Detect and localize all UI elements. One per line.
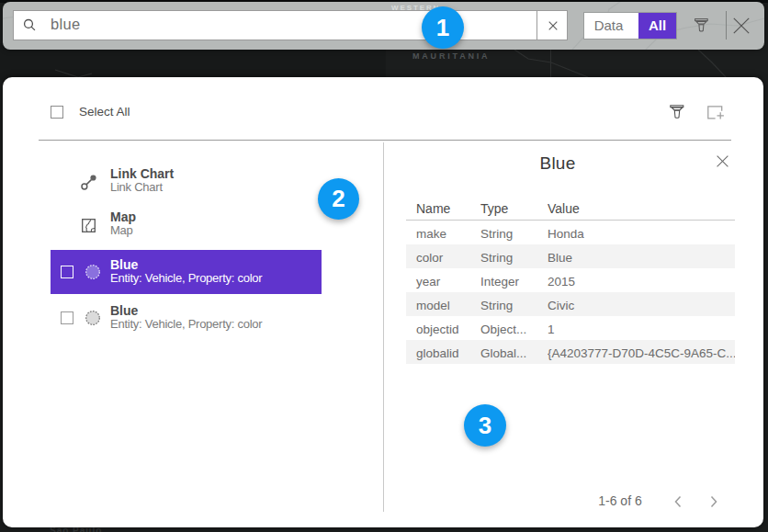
table-row[interactable]: color String Blue bbox=[406, 244, 735, 268]
clear-x-icon bbox=[548, 21, 558, 30]
cell-value: 2015 bbox=[548, 275, 735, 289]
detail-close-icon[interactable] bbox=[717, 155, 728, 167]
header-divider bbox=[39, 140, 731, 141]
properties-table: Name Type Value make String Honda color … bbox=[406, 198, 735, 364]
toolbar-divider bbox=[726, 11, 727, 40]
item-icon-cell bbox=[77, 202, 101, 246]
map-icon bbox=[82, 219, 96, 233]
cell-name: globalid bbox=[406, 346, 480, 360]
cell-name: make bbox=[406, 227, 480, 241]
detail-title: Blue bbox=[383, 153, 732, 174]
cell-value: 1 bbox=[548, 323, 735, 336]
result-item-link-chart[interactable]: Link Chart Link Chart bbox=[3, 159, 322, 203]
toolbar-close-icon[interactable] bbox=[733, 17, 750, 34]
table-header-row: Name Type Value bbox=[406, 198, 735, 221]
link-chart-icon bbox=[80, 172, 98, 194]
item-subtitle: Map bbox=[110, 223, 136, 237]
item-subtitle: Entity: Vehicle, Property: color bbox=[110, 271, 262, 285]
item-checkbox[interactable] bbox=[61, 266, 73, 278]
result-item-map[interactable]: Map Map bbox=[3, 202, 322, 246]
cell-value: Honda bbox=[548, 227, 735, 241]
search-input[interactable]: blue bbox=[13, 10, 568, 40]
item-icon-cell bbox=[81, 250, 105, 294]
table-row[interactable]: objectid Object... 1 bbox=[406, 316, 735, 340]
search-toolbar: WESTERN blue 1 Data All bbox=[3, 2, 764, 50]
table-row[interactable]: model String Civic bbox=[406, 292, 735, 316]
panel-vertical-divider bbox=[383, 142, 384, 512]
item-subtitle: Entity: Vehicle, Property: color bbox=[110, 317, 262, 331]
pagination-label: 1-6 of 6 bbox=[551, 493, 689, 508]
toggle-data-button[interactable]: Data bbox=[582, 13, 636, 40]
table-row[interactable]: globalid Global... {A4203777-D70D-4C5C-9… bbox=[406, 340, 735, 364]
toggle-all-button[interactable]: All bbox=[638, 13, 676, 40]
result-item-blue[interactable]: Blue Entity: Vehicle, Property: color bbox=[3, 296, 322, 340]
cell-name: color bbox=[406, 251, 480, 265]
item-text: Map Map bbox=[110, 209, 136, 237]
item-icon-cell bbox=[77, 159, 101, 203]
select-all-checkbox[interactable] bbox=[51, 106, 63, 119]
item-text: Blue Entity: Vehicle, Property: color bbox=[110, 257, 262, 285]
table-row[interactable]: year Integer 2015 bbox=[406, 268, 735, 292]
chevron-right-icon[interactable] bbox=[708, 495, 719, 508]
table-row[interactable]: make String Honda bbox=[406, 221, 735, 244]
map-label-mauritania: MAURITANIA bbox=[412, 51, 490, 61]
cell-name: model bbox=[406, 299, 480, 312]
cell-type: Integer bbox=[480, 275, 548, 289]
chevron-left-icon[interactable] bbox=[672, 495, 683, 508]
cell-value: Blue bbox=[548, 251, 735, 265]
annotation-step-1: 1 bbox=[422, 6, 464, 49]
cell-type: Object... bbox=[480, 323, 548, 336]
cell-type: String bbox=[480, 251, 548, 265]
map-faint-boundaries-dark bbox=[0, 50, 768, 77]
entity-node-icon bbox=[85, 310, 101, 326]
cell-type: Global... bbox=[480, 346, 548, 360]
item-checkbox[interactable] bbox=[61, 311, 73, 324]
cell-value: {A4203777-D70D-4C5C-9A65-C... bbox=[548, 346, 735, 360]
cell-type: String bbox=[480, 227, 548, 241]
result-item-blue-selected[interactable]: Blue Entity: Vehicle, Property: color bbox=[51, 250, 322, 294]
results-filter-icon[interactable] bbox=[670, 105, 684, 119]
item-text: Link Chart Link Chart bbox=[110, 166, 174, 194]
item-icon-cell bbox=[81, 296, 105, 340]
item-text: Blue Entity: Vehicle, Property: color bbox=[110, 303, 262, 331]
search-clear-button[interactable] bbox=[536, 11, 567, 40]
column-header-name: Name bbox=[406, 201, 480, 216]
search-icon bbox=[20, 16, 39, 34]
select-all-label: Select All bbox=[79, 105, 130, 119]
search-results-panel: Select All bbox=[3, 77, 763, 527]
cell-name: year bbox=[406, 275, 480, 289]
annotation-step-2: 2 bbox=[318, 178, 359, 220]
entity-node-icon bbox=[85, 264, 101, 280]
cell-type: String bbox=[480, 299, 548, 312]
filter-funnel-icon[interactable] bbox=[695, 18, 708, 32]
add-to-selection-icon[interactable] bbox=[707, 105, 725, 121]
annotation-step-3: 3 bbox=[464, 404, 506, 447]
data-all-toggle: Data All bbox=[583, 12, 677, 40]
column-header-value: Value bbox=[548, 201, 735, 216]
search-query-text: blue bbox=[51, 16, 80, 33]
column-header-type: Type bbox=[480, 201, 548, 216]
cell-name: objectid bbox=[406, 323, 480, 336]
app-window: MAURITANIA São Paulo WESTERN blue bbox=[0, 0, 768, 532]
cell-value: Civic bbox=[548, 299, 735, 312]
